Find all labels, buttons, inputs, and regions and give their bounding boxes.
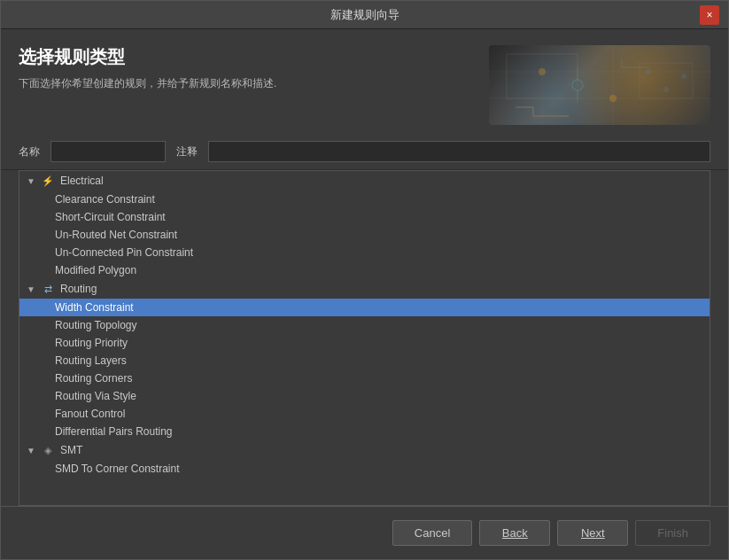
footer: Cancel Back Next Finish — [1, 506, 728, 559]
next-button[interactable]: Next — [557, 520, 628, 546]
svg-rect-10 — [640, 63, 693, 98]
collapse-icon: ▼ — [27, 446, 35, 455]
tree-item-routing-priority[interactable]: Routing Priority — [19, 334, 710, 352]
tree-container[interactable]: ▼ ⚡ Electrical Clearance ConstraintShort… — [19, 170, 710, 506]
svg-point-12 — [663, 87, 669, 92]
titlebar: 新建规则向导 × — [1, 1, 728, 29]
finish-button: Finish — [635, 520, 710, 546]
category-routing[interactable]: ▼ ⇄ Routing — [19, 279, 710, 299]
routing-icon: ⇄ — [41, 282, 55, 296]
category-label: Routing — [60, 283, 97, 295]
collapse-icon: ▼ — [27, 284, 35, 294]
dialog: 新建规则向导 × 选择规则类型 下面选择你希望创建的规则，并给予新规则名称和描述… — [0, 0, 729, 560]
tree-item-routing-layers[interactable]: Routing Layers — [19, 352, 710, 369]
name-label: 名称 — [19, 144, 40, 159]
tree-item-routing-topology[interactable]: Routing Topology — [19, 316, 710, 334]
category-electrical[interactable]: ▼ ⚡ Electrical — [19, 171, 710, 191]
collapse-icon: ▼ — [27, 176, 35, 186]
tree-item-label: Un-Routed Net Constraint — [55, 229, 177, 241]
tree-item-modified-polygon[interactable]: Modified Polygon — [19, 261, 710, 279]
comment-label: 注释 — [176, 144, 198, 159]
tree-item-label: Short-Circuit Constraint — [55, 211, 166, 223]
header-text: 选择规则类型 下面选择你希望创建的规则，并给予新规则名称和描述. — [19, 45, 489, 91]
tree-item-label: Routing Layers — [55, 354, 127, 367]
tree-item-clearance[interactable]: Clearance Constraint — [19, 191, 710, 208]
header-area: 选择规则类型 下面选择你希望创建的规则，并给予新规则名称和描述. — [1, 29, 728, 134]
dialog-title: 新建规则向导 — [29, 7, 700, 23]
category-label: Electrical — [60, 175, 104, 187]
svg-point-6 — [609, 95, 617, 102]
svg-point-11 — [646, 69, 651, 74]
category-smt[interactable]: ▼ ◈ SMT — [19, 440, 710, 460]
name-input[interactable] — [50, 141, 166, 162]
tree-item-label: SMD To Corner Constraint — [55, 463, 180, 475]
tree-item-label: Routing Via Style — [55, 390, 136, 402]
tree-item-un-connected-pin[interactable]: Un-Connected Pin Constraint — [19, 244, 710, 261]
tree-item-label: Clearance Constraint — [55, 193, 155, 206]
close-button[interactable]: × — [700, 5, 719, 25]
tree-item-label: Routing Priority — [55, 337, 128, 349]
category-label: SMT — [60, 444, 82, 456]
header-title: 选择规则类型 — [19, 45, 489, 69]
tree-item-smd-to-corner[interactable]: SMD To Corner Constraint — [19, 460, 710, 478]
name-row: 名称 注释 — [1, 134, 728, 170]
tree-item-routing-corners[interactable]: Routing Corners — [19, 369, 710, 387]
tree-item-width-constraint[interactable]: Width Constraint — [19, 299, 710, 316]
tree-item-label: Routing Topology — [55, 319, 137, 331]
tree-item-label: Fanout Control — [55, 408, 125, 420]
tree-item-label: Un-Connected Pin Constraint — [55, 246, 193, 259]
tree-item-routing-via-style[interactable]: Routing Via Style — [19, 387, 710, 405]
comment-input[interactable] — [208, 141, 710, 162]
smt-icon: ◈ — [41, 443, 55, 457]
cancel-button[interactable]: Cancel — [392, 520, 472, 546]
header-subtitle: 下面选择你希望创建的规则，并给予新规则名称和描述. — [19, 76, 489, 91]
tree-item-label: Modified Polygon — [55, 264, 136, 276]
tree-item-un-routed-net[interactable]: Un-Routed Net Constraint — [19, 226, 710, 244]
svg-point-13 — [681, 74, 686, 79]
header-image — [489, 45, 710, 125]
tree-item-differential-pairs-routing[interactable]: Differential Pairs Routing — [19, 423, 710, 440]
electrical-icon: ⚡ — [41, 174, 55, 188]
back-button[interactable]: Back — [479, 520, 550, 546]
svg-point-5 — [539, 68, 546, 75]
tree-item-label: Differential Pairs Routing — [55, 425, 173, 438]
tree-item-short-circuit[interactable]: Short-Circuit Constraint — [19, 208, 710, 226]
tree-item-label: Routing Corners — [55, 372, 132, 385]
tree-item-fanout-control[interactable]: Fanout Control — [19, 405, 710, 423]
tree-item-label: Width Constraint — [55, 301, 134, 314]
